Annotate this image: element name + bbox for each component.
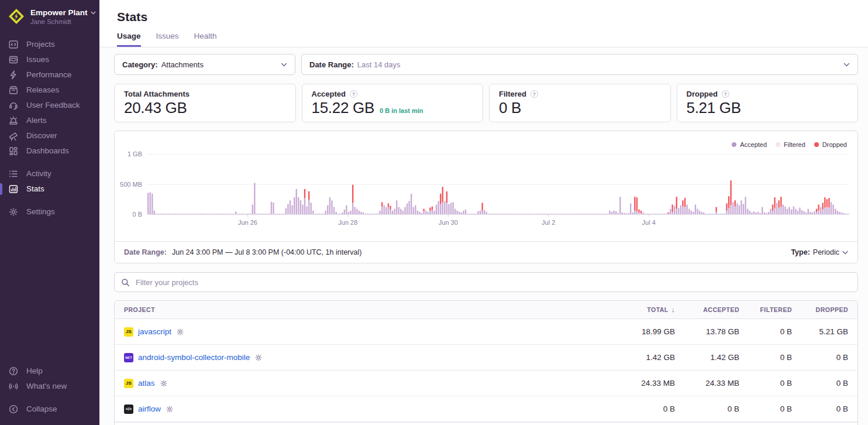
legend-label: Accepted — [740, 141, 767, 148]
alerts-icon — [8, 115, 19, 126]
chart-footer: Date Range: Jun 24 3:00 PM — Jul 8 3:00 … — [115, 241, 857, 263]
live-rate-text: 0 B in last min — [380, 107, 423, 114]
help-icon — [8, 366, 19, 376]
card-value: 5.21 GB — [687, 99, 741, 117]
org-user: Jane Schmidt — [30, 18, 96, 25]
usage-chart-panel: Accepted Filtered Dropped 0 B500 MB1 GBJ… — [114, 131, 858, 263]
card-value: 15.22 GB — [312, 99, 374, 117]
sidebar-item-discover[interactable]: Discover — [0, 128, 99, 143]
card-dropped: Dropped ? 5.21 GB — [677, 84, 859, 122]
info-icon[interactable]: ? — [722, 90, 729, 98]
page-header: Stats Usage Issues Health — [99, 0, 868, 47]
project-link[interactable]: atlas — [138, 379, 155, 388]
project-settings-gear-icon[interactable] — [160, 379, 168, 388]
project-link[interactable]: javascript — [138, 327, 171, 336]
legend-label: Filtered — [784, 141, 805, 148]
col-project: PROJECT — [124, 306, 605, 313]
legend-dot — [732, 142, 736, 147]
cell-total: 24.33 MB — [605, 379, 675, 388]
page-title: Stats — [117, 0, 850, 24]
legend-item-filtered[interactable]: Filtered — [776, 141, 805, 148]
search-input[interactable] — [135, 277, 851, 287]
sidebar-item-label: Projects — [26, 39, 55, 50]
sidebar-item-releases[interactable]: Releases — [0, 83, 99, 98]
legend-item-dropped[interactable]: Dropped — [814, 141, 847, 148]
footer-date-range-value: Jun 24 3:00 PM — Jul 8 3:00 PM (-04:00 U… — [172, 248, 361, 256]
col-dropped: DROPPED — [792, 306, 848, 313]
sidebar-item-alerts[interactable]: Alerts — [0, 113, 99, 128]
project-link[interactable]: android-symbol-collector-mobile — [138, 353, 250, 362]
footer-date-range-label: Date Range: — [124, 248, 167, 256]
cell-dropped: 0 B — [792, 353, 848, 362]
svg-text:500 MB: 500 MB — [120, 181, 142, 188]
svg-text:Jun 28: Jun 28 — [338, 219, 357, 226]
sidebar-item-help[interactable]: Help — [0, 364, 99, 379]
platform-javascript-icon: JS — [124, 327, 133, 337]
sidebar-item-performance[interactable]: Performance — [0, 67, 99, 83]
sidebar-item-label: What's new — [26, 381, 67, 392]
project-settings-gear-icon[interactable] — [176, 328, 184, 336]
col-filtered: FILTERED — [739, 306, 792, 313]
type-select[interactable]: Type: Periodic — [791, 248, 848, 256]
category-select[interactable]: Category: Attachments — [114, 54, 295, 75]
sidebar-item-label: Alerts — [26, 115, 47, 126]
project-link[interactable]: airflow — [138, 405, 161, 413]
org-name: Empower Plant — [30, 8, 88, 17]
info-icon[interactable]: ? — [531, 90, 538, 98]
sidebar-item-label: Dashboards — [26, 146, 69, 156]
empower-plant-logo — [8, 8, 25, 25]
table-header: PROJECT TOTAL ↓ ACCEPTED FILTERED DROPPE… — [115, 301, 857, 319]
card-accepted: Accepted ? 15.22 GB 0 B in last min — [302, 84, 484, 122]
card-total-attachments: Total Attachments 20.43 GB — [114, 84, 296, 122]
card-filtered: Filtered ? 0 B — [489, 84, 671, 122]
sidebar: Empower Plant Jane Schmidt Projects Issu… — [0, 0, 99, 425]
discover-icon — [8, 131, 19, 141]
sidebar-item-label: Discover — [26, 131, 57, 141]
sidebar-item-projects[interactable]: Projects — [0, 37, 99, 52]
sidebar-item-user-feedback[interactable]: User Feedback — [0, 98, 99, 113]
sidebar-item-label: Releases — [26, 85, 59, 95]
sidebar-collapse-button[interactable]: Collapse — [0, 402, 99, 417]
dashboards-icon — [8, 146, 19, 156]
col-total-sort[interactable]: TOTAL ↓ — [605, 306, 675, 313]
org-switcher[interactable]: Empower Plant Jane Schmidt — [0, 0, 99, 31]
card-value: 0 B — [499, 99, 521, 117]
user-feedback-icon — [8, 100, 19, 111]
sidebar-item-whats-new[interactable]: What's new — [0, 379, 99, 394]
svg-text:Jun 26: Jun 26 — [238, 219, 257, 226]
cell-accepted: 13.78 GB — [675, 327, 739, 336]
date-range-label: Date Range: — [309, 60, 354, 69]
cell-dropped: 0 B — [792, 405, 848, 413]
sidebar-item-settings[interactable]: Settings — [0, 204, 99, 220]
tab-health[interactable]: Health — [194, 32, 217, 47]
tab-usage[interactable]: Usage — [117, 32, 141, 47]
svg-text:1 GB: 1 GB — [128, 150, 142, 157]
chevron-down-icon — [281, 63, 287, 67]
sidebar-item-issues[interactable]: Issues — [0, 52, 99, 67]
releases-icon — [8, 85, 19, 95]
tab-issues[interactable]: Issues — [156, 32, 179, 47]
sidebar-item-label: Activity — [26, 169, 51, 179]
info-icon[interactable]: ? — [350, 90, 357, 98]
usage-bar-chart: 0 B500 MB1 GBJun 26Jun 28Jun 30Jul 2Jul … — [115, 144, 857, 241]
chevron-down-icon — [842, 251, 848, 255]
date-range-value: Last 14 days — [357, 60, 401, 69]
category-label: Category: — [122, 60, 158, 69]
card-title: Filtered — [499, 90, 526, 98]
sidebar-item-label: Performance — [26, 70, 71, 80]
svg-text:0 B: 0 B — [132, 211, 142, 218]
legend-label: Dropped — [822, 141, 847, 148]
chevron-down-icon — [843, 63, 850, 67]
sidebar-item-activity[interactable]: Activity — [0, 166, 99, 181]
legend-item-accepted[interactable]: Accepted — [732, 141, 767, 148]
cell-dropped: 5.21 GB — [792, 327, 848, 336]
project-settings-gear-icon[interactable] — [166, 405, 174, 413]
type-value: Periodic — [813, 248, 839, 256]
sidebar-item-stats[interactable]: Stats — [0, 181, 99, 197]
project-settings-gear-icon[interactable] — [254, 354, 263, 362]
date-range-select[interactable]: Date Range: Last 14 days — [301, 54, 858, 75]
table-row-partial — [115, 422, 857, 425]
sidebar-item-dashboards[interactable]: Dashboards — [0, 143, 99, 159]
svg-text:Jul 2: Jul 2 — [542, 219, 555, 226]
card-value: 20.43 GB — [124, 99, 187, 117]
